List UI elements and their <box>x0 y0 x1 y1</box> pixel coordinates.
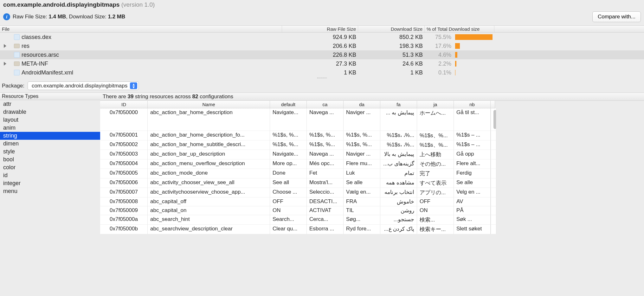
string-col-default[interactable]: default <box>270 101 307 108</box>
string-value[interactable]: Navega ... <box>307 150 344 159</box>
string-value[interactable]: Ferdig <box>454 169 491 178</box>
string-value[interactable]: Seleccio... <box>307 188 344 197</box>
string-value[interactable]: Fet <box>307 169 344 178</box>
string-name[interactable]: abc_action_bar_home_description <box>148 108 270 131</box>
string-value[interactable]: OFF <box>270 197 307 206</box>
string-value[interactable]: Mostra'l... <box>307 178 344 188</box>
string-value[interactable]: Søk ... <box>454 215 491 225</box>
string-name[interactable]: abc_capital_on <box>148 206 270 215</box>
string-name[interactable]: abc_action_bar_home_subtitle_descri... <box>148 140 270 150</box>
string-value[interactable]: DESACTI... <box>307 197 344 206</box>
compare-with-button[interactable]: Compare with... <box>592 11 641 22</box>
file-row[interactable]: res206.6 KB198.3 KB17.6% <box>0 42 644 50</box>
string-value[interactable]: %1$s – ... <box>454 131 491 140</box>
string-value[interactable]: %1$s, %... <box>344 131 380 140</box>
string-value[interactable]: Flere mu... <box>344 159 380 169</box>
string-value[interactable]: Cerca... <box>307 215 344 225</box>
string-id[interactable]: 0x7f050004 <box>100 159 148 169</box>
string-value[interactable]: TIL <box>344 206 380 215</box>
string-value[interactable]: Slett søket <box>454 225 491 234</box>
string-value[interactable]: Navigate... <box>270 108 307 131</box>
resource-type-style[interactable]: style <box>0 148 100 156</box>
string-col-Name[interactable]: Name <box>148 101 270 108</box>
string-value[interactable]: %1$s, %... <box>307 131 344 140</box>
resource-type-drawable[interactable]: drawable <box>0 108 100 116</box>
string-value[interactable]: %1$s, %... <box>307 140 344 150</box>
string-name[interactable]: abc_activitychooserview_choose_app... <box>148 188 270 197</box>
string-value[interactable]: ...%، ،%1$s <box>380 131 417 140</box>
resource-type-dimen[interactable]: dimen <box>0 140 100 148</box>
scrollbar-gutter[interactable] <box>491 159 496 169</box>
string-value[interactable]: AV <box>454 197 491 206</box>
file-name-cell[interactable]: resources.arsc <box>0 52 282 58</box>
string-value[interactable]: OFF <box>417 197 454 206</box>
string-col-nb[interactable]: nb <box>454 101 491 108</box>
string-value[interactable]: Se alle <box>454 178 491 188</box>
file-name-cell[interactable]: META-INF <box>0 61 282 67</box>
string-value[interactable]: Esborra ... <box>307 225 344 234</box>
string-value[interactable]: その他の... <box>417 159 454 169</box>
resource-type-attr[interactable]: attr <box>0 100 100 108</box>
string-value[interactable]: Clear qu... <box>270 225 307 234</box>
string-name[interactable]: abc_activity_chooser_view_see_all <box>148 178 270 188</box>
string-value[interactable]: انتخاب برنامه <box>380 188 417 197</box>
string-value[interactable]: Vælg en... <box>344 188 380 197</box>
expand-icon[interactable] <box>4 44 6 48</box>
col-raw[interactable]: Raw File Size <box>282 26 358 32</box>
string-name[interactable]: abc_capital_off <box>148 197 270 206</box>
col-pct[interactable]: % of Total Download size <box>425 26 494 32</box>
string-id[interactable]: 0x7f050000 <box>100 108 148 131</box>
string-value[interactable]: Søg... <box>344 215 380 225</box>
string-id[interactable]: 0x7f050009 <box>100 206 148 215</box>
file-name-cell[interactable]: classes.dex <box>0 34 282 41</box>
string-value[interactable]: خاموش <box>380 197 417 206</box>
string-col-da[interactable]: da <box>344 101 380 108</box>
expand-icon[interactable] <box>4 62 6 66</box>
file-row[interactable]: classes.dex924.9 KB850.2 KB75.5% <box>0 33 644 42</box>
scrollbar-gutter[interactable] <box>491 178 496 188</box>
file-name-cell[interactable]: res <box>0 43 282 49</box>
string-value[interactable]: Velg en ... <box>454 188 491 197</box>
string-name[interactable]: abc_action_mode_done <box>148 169 270 178</box>
string-value[interactable]: %1$s, %... <box>344 140 380 150</box>
resource-type-integer[interactable]: integer <box>0 179 100 187</box>
scrollbar-gutter[interactable] <box>491 197 496 206</box>
string-value[interactable]: Gå til st... <box>454 108 491 131</box>
string-value[interactable]: پیمایش به بالا <box>380 150 417 159</box>
string-name[interactable]: abc_searchview_description_clear <box>148 225 270 234</box>
string-value[interactable]: Naviger ... <box>344 108 380 131</box>
string-value[interactable]: %1$s、%... <box>417 140 454 150</box>
string-value[interactable]: Search... <box>270 215 307 225</box>
string-value[interactable]: %1$s – ... <box>454 140 491 150</box>
string-value[interactable]: Més opc... <box>307 159 344 169</box>
scrollbar-thumb[interactable] <box>493 110 496 129</box>
string-value[interactable]: Navigate... <box>270 150 307 159</box>
string-value[interactable]: ACTIVAT <box>307 206 344 215</box>
file-row[interactable]: META-INF27.3 KB24.6 KB2.2% <box>0 59 644 68</box>
scrollbar-gutter[interactable] <box>491 150 496 159</box>
string-value[interactable]: Ryd fore... <box>344 225 380 234</box>
package-selector[interactable]: com.example.android.displayingbitmaps ▲▼ <box>28 81 139 90</box>
string-id[interactable]: 0x7f050006 <box>100 178 148 188</box>
resource-type-layout[interactable]: layout <box>0 116 100 124</box>
scrollbar-gutter[interactable] <box>491 140 496 150</box>
resource-type-anim[interactable]: anim <box>0 124 100 132</box>
string-value[interactable]: %1$s, %... <box>270 131 307 140</box>
string-id[interactable]: 0x7f05000b <box>100 225 148 234</box>
string-id[interactable]: 0x7f050007 <box>100 188 148 197</box>
string-col-ca[interactable]: ca <box>307 101 344 108</box>
string-value[interactable]: More op... <box>270 159 307 169</box>
string-value[interactable]: PÅ <box>454 206 491 215</box>
resource-type-id[interactable]: id <box>0 171 100 179</box>
scrollbar-gutter[interactable] <box>491 188 496 197</box>
string-value[interactable]: ...%، ،%1$s <box>380 140 417 150</box>
string-value[interactable]: See all <box>270 178 307 188</box>
string-col-ja[interactable]: ja <box>417 101 454 108</box>
string-value[interactable]: مشاهده همه <box>380 178 417 188</box>
string-value[interactable]: پیمایش به ... <box>380 108 417 131</box>
scrollbar-gutter[interactable] <box>491 108 496 131</box>
string-value[interactable]: گزینه‌های ب... <box>380 159 417 169</box>
string-value[interactable]: Flere alt... <box>454 159 491 169</box>
file-name-cell[interactable]: AndroidManifest.xml <box>0 69 282 76</box>
string-value[interactable]: تمام <box>380 169 417 178</box>
